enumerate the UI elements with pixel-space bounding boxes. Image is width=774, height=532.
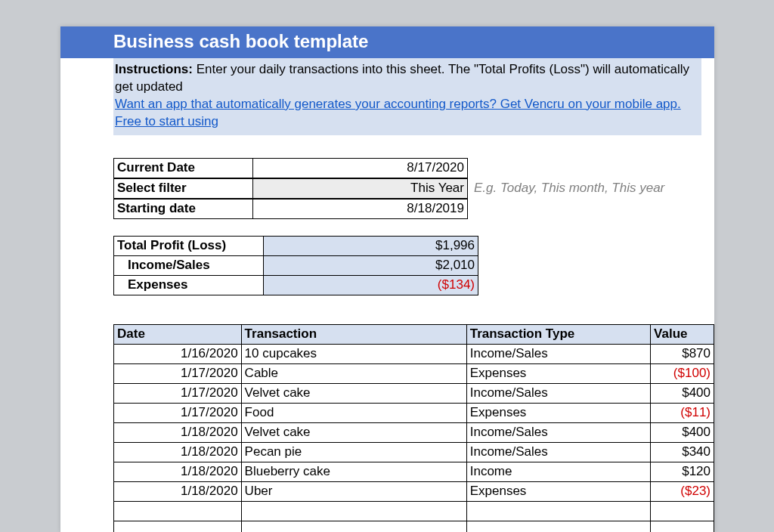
tx-cell-date[interactable]: 1/16/2020 xyxy=(114,344,242,363)
tx-header-row: Date Transaction Transaction Type Value xyxy=(114,324,714,344)
tx-cell-transaction[interactable]: 10 cupcakes xyxy=(241,344,466,363)
table-row[interactable]: 1/16/2020 10 cupcakes Income/Sales $870 xyxy=(114,344,714,363)
tx-cell-transaction[interactable]: Pecan pie xyxy=(241,442,466,462)
summary-row-label: Expenses xyxy=(114,275,264,295)
tx-cell-type[interactable]: Income/Sales xyxy=(466,383,650,403)
tx-cell-transaction[interactable]: Uber xyxy=(241,481,466,501)
table-row[interactable]: 1/17/2020 Food Expenses ($11) xyxy=(114,403,714,422)
tx-cell-type[interactable]: Income/Sales xyxy=(466,422,650,442)
tx-cell-date[interactable]: 1/18/2020 xyxy=(114,462,242,481)
tx-cell-date[interactable]: 1/17/2020 xyxy=(114,383,242,403)
title-text: Business cash book template xyxy=(113,31,368,51)
summary-row-value: ($134) xyxy=(264,275,478,295)
tx-cell-type[interactable]: Income xyxy=(466,462,650,481)
tx-cell-transaction[interactable] xyxy=(241,501,466,521)
table-row[interactable]: 1/18/2020 Velvet cake Income/Sales $400 xyxy=(114,422,714,442)
info-row-value[interactable]: 8/18/2019 xyxy=(253,199,468,218)
table-row[interactable]: 1/17/2020 Cable Expenses ($100) xyxy=(114,363,714,383)
summary-row-value: $2,010 xyxy=(264,255,478,275)
info-row-value[interactable]: This Year xyxy=(253,178,468,198)
tx-header-value: Value xyxy=(651,324,714,344)
tx-cell-type[interactable] xyxy=(466,501,650,521)
tx-header-type: Transaction Type xyxy=(466,324,650,344)
tx-cell-type[interactable]: Expenses xyxy=(466,481,650,501)
table-row[interactable]: 1/18/2020 Pecan pie Income/Sales $340 xyxy=(114,442,714,462)
tx-cell-value[interactable]: ($23) xyxy=(651,481,714,501)
info-row-table: Select filter This Year xyxy=(113,178,468,199)
tx-cell-transaction[interactable]: Velvet cake xyxy=(241,383,466,403)
transactions-table: Date Transaction Transaction Type Value … xyxy=(113,324,714,532)
spreadsheet-sheet: Business cash book template Instructions… xyxy=(60,26,714,532)
tx-cell-value[interactable]: $400 xyxy=(651,422,714,442)
tx-cell-value[interactable]: $120 xyxy=(651,462,714,481)
tx-cell-date[interactable]: 1/18/2020 xyxy=(114,442,242,462)
tx-cell-transaction[interactable]: Cable xyxy=(241,363,466,383)
summary-table: Total Profit (Loss) $1,996 Income/Sales … xyxy=(113,236,478,295)
instructions-label: Instructions: xyxy=(115,62,197,76)
tx-cell-value[interactable]: $870 xyxy=(651,344,714,363)
tx-cell-type[interactable]: Expenses xyxy=(466,363,650,383)
transactions-table-wrap: Date Transaction Transaction Type Value … xyxy=(113,324,714,532)
tx-cell-date[interactable] xyxy=(114,501,242,521)
summary-row: Expenses ($134) xyxy=(114,275,478,295)
content-area: Current Date 8/17/2020 Select filter Thi… xyxy=(60,135,714,532)
table-row[interactable]: 1/18/2020 Blueberry cake Income $120 xyxy=(114,462,714,481)
tx-cell-transaction[interactable] xyxy=(241,521,466,532)
tx-cell-date[interactable]: 1/17/2020 xyxy=(114,363,242,383)
tx-cell-type[interactable]: Income/Sales xyxy=(466,442,650,462)
info-row: Select filter This Year E.g. Today, This… xyxy=(113,178,714,199)
promo-link-text2[interactable]: Free to start using xyxy=(115,114,218,128)
summary-row-label: Income/Sales xyxy=(114,255,264,275)
info-row-table: Current Date 8/17/2020 xyxy=(113,158,468,178)
tx-cell-transaction[interactable]: Velvet cake xyxy=(241,422,466,442)
tx-cell-transaction[interactable]: Food xyxy=(241,403,466,422)
summary-row-value: $1,996 xyxy=(264,236,478,255)
promo-link-line2[interactable]: Free to start using xyxy=(113,113,695,131)
tx-cell-date[interactable]: 1/18/2020 xyxy=(114,422,242,442)
info-row-label: Starting date xyxy=(114,199,253,218)
info-row: Current Date 8/17/2020 xyxy=(113,158,714,178)
info-row: Starting date 8/18/2019 xyxy=(113,199,714,219)
summary-row: Total Profit (Loss) $1,996 xyxy=(114,236,478,255)
tx-cell-date[interactable] xyxy=(114,521,242,532)
tx-cell-value[interactable] xyxy=(651,501,714,521)
table-row[interactable] xyxy=(114,501,714,521)
instructions-text: Instructions: Enter your daily transacti… xyxy=(113,61,695,96)
info-row-hint: E.g. Today, This month, This year xyxy=(474,181,664,196)
info-table-wrap: Current Date 8/17/2020 Select filter Thi… xyxy=(113,158,714,219)
instructions-box: Instructions: Enter your daily transacti… xyxy=(113,58,701,135)
instructions-body: Enter your daily transactions into this … xyxy=(115,62,689,94)
tx-cell-value[interactable] xyxy=(651,521,714,532)
tx-cell-value[interactable]: ($100) xyxy=(651,363,714,383)
tx-cell-value[interactable]: $400 xyxy=(651,383,714,403)
tx-cell-value[interactable]: ($11) xyxy=(651,403,714,422)
tx-cell-type[interactable]: Income/Sales xyxy=(466,344,650,363)
tx-cell-transaction[interactable]: Blueberry cake xyxy=(241,462,466,481)
tx-cell-value[interactable]: $340 xyxy=(651,442,714,462)
info-row-label: Select filter xyxy=(114,178,253,198)
table-row[interactable]: 1/18/2020 Uber Expenses ($23) xyxy=(114,481,714,501)
tx-header-transaction: Transaction xyxy=(241,324,466,344)
promo-link-text1[interactable]: Want an app that automatically generates… xyxy=(115,97,681,111)
table-row[interactable] xyxy=(114,521,714,532)
info-row-label: Current Date xyxy=(114,158,253,178)
info-row-table: Starting date 8/18/2019 xyxy=(113,199,468,219)
table-row[interactable]: 1/17/2020 Velvet cake Income/Sales $400 xyxy=(114,383,714,403)
page-title: Business cash book template xyxy=(60,26,714,58)
info-row-value[interactable]: 8/17/2020 xyxy=(253,158,468,178)
promo-link-line1[interactable]: Want an app that automatically generates… xyxy=(113,96,695,113)
summary-row: Income/Sales $2,010 xyxy=(114,255,478,275)
tx-cell-type[interactable]: Expenses xyxy=(466,403,650,422)
tx-header-date: Date xyxy=(114,324,242,344)
tx-cell-date[interactable]: 1/17/2020 xyxy=(114,403,242,422)
summary-table-wrap: Total Profit (Loss) $1,996 Income/Sales … xyxy=(113,236,714,295)
tx-cell-date[interactable]: 1/18/2020 xyxy=(114,481,242,501)
summary-row-label: Total Profit (Loss) xyxy=(114,236,264,255)
tx-cell-type[interactable] xyxy=(466,521,650,532)
